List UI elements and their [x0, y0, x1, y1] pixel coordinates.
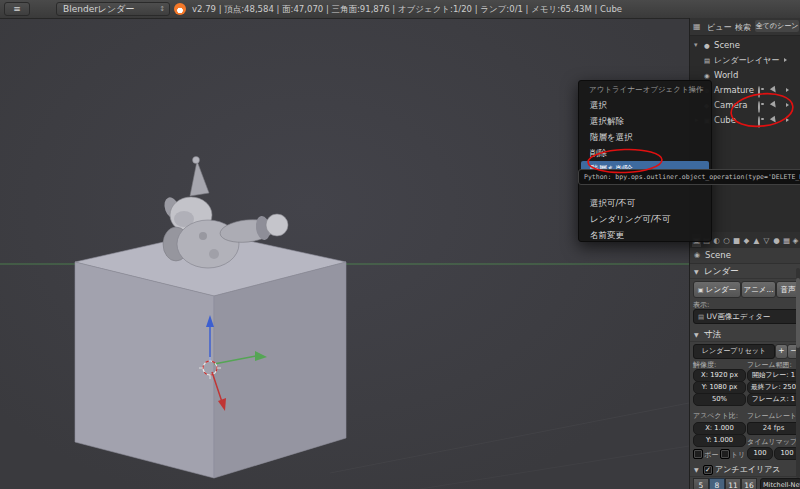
tab-object[interactable]: ■ — [732, 234, 741, 247]
visibility-eye-icon[interactable] — [758, 101, 760, 113]
tree-label[interactable]: レンダーレイヤー — [714, 55, 779, 66]
tab-material[interactable]: ● — [772, 234, 781, 247]
info-header-bar: ≡ Blenderレンダー ↕ v2.79 | 頂点:48,584 | 面:47… — [0, 0, 800, 19]
fps-value: 24 fps — [763, 424, 785, 432]
scene-breadcrumb-icon: ◉ — [694, 251, 700, 259]
remap-new-value: 100 — [781, 449, 794, 457]
render-preset-dropdown[interactable]: レンダープリセット — [693, 344, 775, 359]
tab-constraints[interactable]: ◆ — [742, 234, 751, 247]
resolution-y-value: Y: 1080 px — [702, 383, 738, 391]
antialiasing-section-header[interactable]: ▼ ✓ アンチエイリアス — [690, 463, 800, 477]
remap-old-field[interactable]: 100 — [747, 447, 773, 460]
menu-item-delete[interactable]: 削除 — [579, 145, 711, 161]
check-icon: ✓ — [705, 466, 711, 474]
resolution-scale-field[interactable]: 50% — [693, 393, 746, 406]
frame-step-value: フレームス: 1 — [752, 395, 795, 403]
render-button[interactable]: ▣ レンダー — [693, 281, 741, 298]
menu-item-toggle-renderable[interactable]: レンダリング可/不可 — [579, 211, 711, 227]
time-remap-label: タイムリマップ — [747, 437, 797, 447]
aspect-y-value: Y: 1.000 — [706, 436, 733, 444]
aspect-y-field[interactable]: Y: 1.000 — [693, 434, 746, 447]
properties-scrollbar[interactable] — [796, 268, 800, 478]
tree-label[interactable]: Camera — [714, 100, 747, 110]
scene-icon: ● — [704, 42, 710, 50]
editor-glyph-icon: ▤ — [698, 313, 704, 321]
outliner-editor-icon[interactable]: ▦ — [693, 22, 701, 31]
frame-step-field[interactable]: フレームス: 1 — [747, 393, 800, 406]
tab-texture[interactable]: ▦ — [782, 234, 791, 247]
outliner-view-menu[interactable]: ビュー — [707, 22, 731, 33]
tab-modifiers[interactable]: ▲ — [752, 234, 761, 247]
render-section-header[interactable]: ▼ レンダー — [690, 265, 800, 279]
section-title: アンチエイリアス — [715, 464, 781, 475]
aa-samples-8-button[interactable]: 8 — [709, 478, 725, 489]
resolution-x-value: X: 1920 px — [701, 371, 738, 379]
plus-icon: + — [778, 346, 784, 355]
tree-label[interactable]: Scene — [714, 40, 740, 50]
context-menu-title: アウトライナーオブジェクト操作 — [579, 81, 711, 97]
blender-window: ≡ Blenderレンダー ↕ v2.79 | 頂点:48,584 | 面:47… — [0, 0, 800, 489]
properties-breadcrumb: ◉ Scene — [690, 248, 800, 264]
selectability-arrow-icon[interactable] — [770, 101, 778, 109]
outliner-search-menu[interactable]: 検索 — [735, 22, 751, 33]
animation-button-label: アニメ... — [743, 285, 773, 294]
render-engine-value: Blenderレンダー — [63, 3, 135, 15]
section-title: 寸法 — [704, 329, 721, 341]
frame-end-value: 最終フレ: 250 — [751, 383, 796, 391]
tree-row-scene[interactable]: ▾ ● Scene — [690, 38, 800, 53]
blender-logo-icon — [174, 3, 186, 15]
tree-label[interactable]: Cube — [714, 115, 736, 125]
menu-item-select[interactable]: 選択 — [579, 97, 711, 113]
render-engine-dropdown[interactable]: Blenderレンダー ↕ — [56, 2, 170, 16]
breadcrumb-label[interactable]: Scene — [705, 250, 731, 260]
collapse-triangle-icon: ▼ — [694, 268, 699, 275]
display-mode-value: UV画像エディター — [707, 312, 771, 321]
visibility-eye-icon[interactable] — [758, 86, 760, 98]
editor-type-icon: ≡ — [13, 4, 21, 14]
world-icon: ◉ — [704, 72, 710, 80]
antialiasing-checkbox[interactable]: ✓ — [703, 465, 713, 475]
border-checkbox[interactable] — [693, 449, 703, 459]
properties-panel: ▣ ▤ ◐ ○ ■ ◆ ▲ ▽ ● ▦ ◈ ◉ Scene ▼ レンダー ▣ レ… — [689, 232, 800, 489]
expand-open-icon[interactable]: ▾ — [694, 41, 698, 49]
resolution-scale-value: 50% — [712, 395, 727, 403]
scene-statistics: v2.79 | 頂点:48,584 | 面:47,070 | 三角面:91,87… — [192, 4, 622, 16]
tab-particles[interactable]: ◈ — [791, 234, 800, 247]
tree-row-render-layers[interactable]: ▤ レンダーレイヤー — [690, 53, 800, 68]
tab-scene[interactable]: ◐ — [712, 234, 721, 247]
tree-label[interactable]: Armature — [714, 85, 754, 95]
menu-item-select-hierarchy[interactable]: 階層を選択 — [579, 129, 711, 145]
dimensions-section-header[interactable]: ▼ 寸法 — [690, 328, 800, 342]
aa-filter-dropdown[interactable]: Mitchell-Netrav — [760, 478, 800, 489]
scrollbar-thumb[interactable] — [796, 278, 800, 348]
editor-type-button[interactable]: ≡ — [4, 2, 30, 16]
render-layers-icon: ▤ — [704, 57, 710, 65]
selectability-arrow-icon[interactable] — [770, 116, 778, 124]
audio-button-label: 音声 — [781, 285, 796, 294]
updown-arrow-icon: ↕ — [159, 3, 165, 15]
render-image-icon: ▣ — [698, 286, 704, 293]
collapse-triangle-icon: ▼ — [694, 331, 699, 338]
fps-dropdown[interactable]: 24 fps — [747, 422, 800, 435]
border-checkbox-label: ボー — [704, 450, 718, 460]
menu-item-toggle-selectable[interactable]: 選択可/不可 — [579, 195, 711, 211]
tab-world[interactable]: ○ — [722, 234, 731, 247]
crop-checkbox[interactable] — [720, 449, 730, 459]
aspect-ratio-label: アスペクト比: — [693, 411, 738, 421]
aa-samples-11-button[interactable]: 11 — [725, 478, 741, 489]
aa-samples-16-button[interactable]: 16 — [741, 478, 757, 489]
menu-item-deselect[interactable]: 選択解除 — [579, 113, 711, 129]
aspect-x-value: X: 1.000 — [705, 424, 734, 432]
frame-rate-label: フレームレート: — [747, 411, 799, 421]
display-mode-dropdown[interactable]: ▤ UV画像エディター — [693, 309, 799, 324]
outliner-display-mode-dropdown[interactable]: 全てのシーン — [755, 20, 799, 32]
tab-data[interactable]: ▽ — [762, 234, 771, 247]
animation-button[interactable]: アニメ... — [741, 281, 776, 298]
frame-start-value: 開始フレー: 1 — [752, 371, 795, 379]
selectability-arrow-icon[interactable] — [770, 86, 778, 94]
render-button-label: レンダー — [706, 285, 737, 294]
menu-item-rename[interactable]: 名前変更 — [579, 227, 711, 243]
tree-label[interactable]: World — [714, 70, 738, 80]
aa-samples-5-button[interactable]: 5 — [693, 478, 709, 489]
visibility-eye-icon[interactable] — [758, 116, 760, 128]
